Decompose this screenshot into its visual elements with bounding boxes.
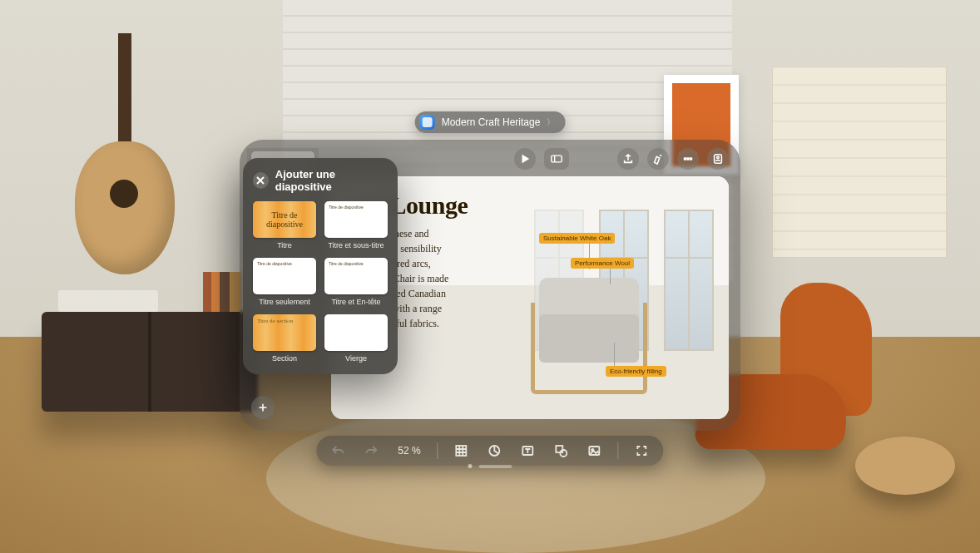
layout-option-titre-seulement[interactable]: Titre de diapositive Titre seulement — [253, 258, 316, 306]
callout-line — [614, 343, 615, 368]
expand-button[interactable] — [632, 441, 652, 461]
divider — [438, 442, 438, 459]
guitar-decor — [75, 25, 175, 274]
insert-media-button[interactable] — [585, 441, 605, 461]
layout-option-vierge[interactable]: Vierge — [324, 314, 388, 363]
slide-layout-grid: Titre de diapositive Titre Titre de diap… — [253, 201, 388, 363]
svg-point-5 — [717, 156, 720, 159]
layout-option-titre-entete[interactable]: Titre de diapositive Titre et En-tête — [324, 258, 388, 306]
callout-label-fill[interactable]: Eco-friendly filling — [606, 366, 666, 377]
play-button[interactable] — [514, 148, 536, 170]
layout-option-section[interactable]: Titre de section Section — [253, 314, 316, 363]
add-slide-button[interactable] — [251, 396, 275, 419]
layout-option-titre-sous-titre[interactable]: Titre de diapositive Titre et sous-titre — [324, 201, 388, 249]
window-blind — [772, 67, 947, 258]
divider — [618, 442, 619, 459]
rehearse-button[interactable] — [544, 148, 569, 170]
credenza-decor — [42, 312, 258, 412]
document-title-pill[interactable]: Modern Craft Heritage 〉 — [415, 111, 566, 133]
side-table-decor — [855, 437, 955, 495]
svg-point-1 — [684, 158, 686, 160]
share-button[interactable] — [617, 148, 639, 170]
layout-option-titre[interactable]: Titre de diapositive Titre — [253, 201, 316, 249]
keynote-app-icon — [420, 115, 435, 130]
zoom-level[interactable]: 52 % — [394, 445, 423, 457]
bottom-toolbar: 52 % — [316, 436, 663, 466]
chevron-right-icon: 〉 — [547, 116, 555, 128]
redo-button[interactable] — [361, 441, 381, 461]
insert-shape-button[interactable] — [552, 441, 572, 461]
insert-table-button[interactable] — [452, 441, 472, 461]
svg-rect-0 — [552, 156, 562, 162]
pager-dot — [468, 464, 473, 468]
callout-label-oak[interactable]: Sustainable White Oak — [539, 233, 615, 244]
add-slide-popover: Ajouter une diapositive Titre de diaposi… — [243, 158, 398, 374]
close-popover-button[interactable] — [253, 172, 269, 189]
callout-label-wool[interactable]: Performance Wool — [571, 258, 634, 269]
undo-button[interactable] — [328, 441, 348, 461]
document-title: Modern Craft Heritage — [442, 116, 541, 128]
pager-handle[interactable] — [479, 465, 512, 468]
more-button[interactable] — [677, 148, 699, 170]
svg-point-10 — [561, 450, 567, 457]
collaborate-button[interactable] — [707, 148, 729, 170]
insert-chart-button[interactable] — [485, 441, 505, 461]
popover-title: Ajouter une diapositive — [275, 168, 388, 193]
toolbar-present-group — [514, 148, 569, 170]
toolbar-actions-group — [617, 148, 729, 170]
insert-text-button[interactable] — [518, 441, 538, 461]
window-graphic — [664, 210, 714, 351]
svg-point-3 — [690, 158, 691, 160]
window-pager[interactable] — [468, 464, 512, 468]
svg-rect-6 — [457, 446, 467, 456]
svg-point-2 — [687, 158, 689, 160]
format-brush-button[interactable] — [647, 148, 669, 170]
